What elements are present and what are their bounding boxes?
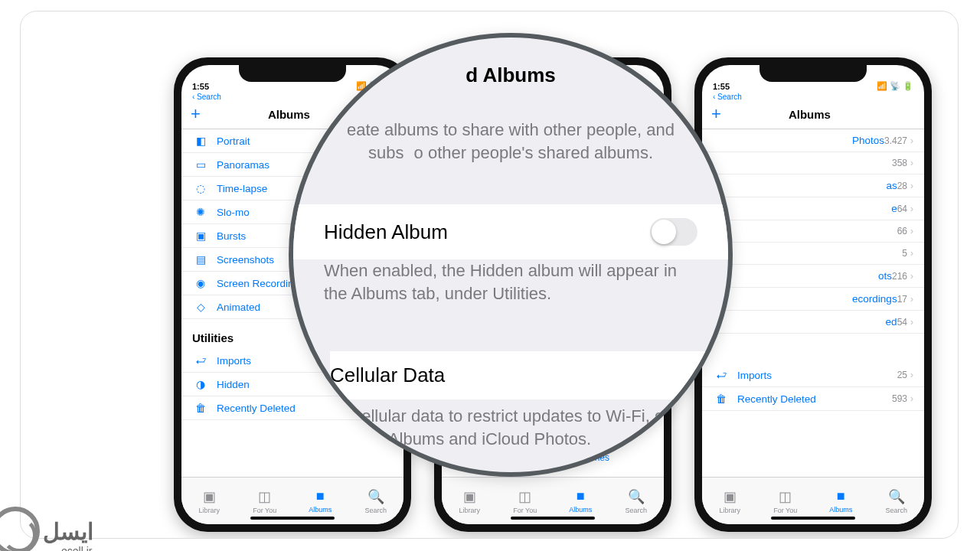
add-album-button[interactable]: + [191, 104, 201, 124]
back-search[interactable]: ‹ Search [702, 93, 924, 101]
tab-label: For You [513, 507, 537, 514]
chevron-right-icon: › [910, 181, 913, 191]
chevron-right-icon: › [910, 317, 913, 328]
chevron-right-icon: › [910, 370, 913, 380]
album-count: 216 [892, 271, 907, 282]
tab-icon: 🔍 [368, 488, 384, 505]
tab-search[interactable]: 🔍 Search [348, 478, 404, 524]
album-row[interactable]: 358 › [702, 152, 924, 174]
utility-count: 593 [892, 393, 907, 404]
hidden-album-toggle[interactable] [650, 218, 697, 246]
tab-icon: 🔍 [628, 488, 645, 505]
album-label: e [713, 203, 897, 214]
watermark: ایسل ecell.ir [0, 507, 93, 551]
chevron-right-icon: › [910, 135, 913, 146]
album-count: 54 [897, 317, 907, 328]
tab-label: Albums [569, 506, 592, 514]
album-count: 17 [897, 294, 907, 305]
album-row[interactable]: ots 216 › [702, 265, 924, 288]
tab-label: Albums [309, 506, 332, 514]
album-row[interactable]: ed 54 › [702, 311, 924, 334]
tab-label: Search [625, 507, 647, 514]
album-count: 64 [897, 204, 907, 214]
album-icon: ◉ [192, 277, 209, 289]
tab-label: Library [719, 507, 740, 514]
tab-library[interactable]: ▣ Library [702, 478, 758, 524]
chevron-right-icon: › [910, 271, 913, 282]
album-row[interactable]: 66 › [702, 220, 924, 243]
album-icon: ▤ [192, 253, 209, 266]
album-label: as [713, 180, 897, 191]
tab-icon: 🔍 [888, 488, 905, 505]
home-indicator[interactable] [250, 517, 335, 520]
album-row[interactable]: 5 › [702, 243, 924, 265]
tab-icon: ▣ [463, 488, 476, 505]
tab-icon: ◫ [518, 488, 531, 505]
hidden-album-label: Hidden Album [324, 220, 448, 244]
tab-search[interactable]: 🔍 Search [609, 478, 665, 524]
album-icon: ▭ [192, 158, 209, 171]
album-label: Photos [713, 135, 884, 146]
tab-label: Library [198, 507, 220, 514]
tab-label: For You [773, 507, 797, 514]
hidden-album-row[interactable]: Hidden Album [293, 204, 728, 259]
utility-row[interactable]: 🗑 Recently Deleted 593 › [702, 387, 924, 411]
page-title: Albums [268, 108, 310, 121]
chevron-right-icon: › [910, 158, 913, 168]
home-indicator[interactable] [511, 517, 595, 520]
card-frame: 1:55 📶 📡 🔋 ‹ Search + Albums ◧ Portrait … [20, 11, 959, 539]
tab-icon: ■ [577, 488, 585, 504]
home-indicator[interactable] [771, 517, 855, 520]
album-icon: ▣ [192, 230, 209, 242]
chevron-right-icon: › [910, 393, 913, 404]
album-row[interactable]: Photos 3.427 › [702, 129, 924, 152]
status-icons: 📶 📡 🔋 [877, 81, 913, 91]
chevron-right-icon: › [910, 226, 913, 236]
utility-icon: ⮐ [713, 369, 730, 381]
album-count: 66 [897, 226, 907, 236]
album-icon: ◧ [192, 135, 209, 147]
tab-label: Albums [829, 506, 852, 514]
utility-icon: ◑ [192, 378, 209, 390]
utility-count: 25 [897, 370, 907, 380]
album-label: ots [713, 270, 892, 282]
album-icon: ✺ [192, 206, 209, 218]
album-count: 28 [897, 181, 907, 191]
add-album-button[interactable]: + [711, 104, 721, 124]
utility-row[interactable]: ⮐ Imports 25 › [702, 364, 924, 387]
album-count: 3.427 [884, 135, 907, 146]
album-row[interactable]: e 64 › [702, 197, 924, 220]
status-time: 1:55 [713, 82, 730, 91]
album-label: ecordings [713, 293, 897, 305]
utility-label: Recently Deleted [737, 393, 892, 405]
tab-search[interactable]: 🔍 Search [869, 478, 925, 524]
page-title: Albums [789, 108, 831, 121]
shared-albums-header: d Albums [466, 64, 555, 87]
album-row[interactable]: ecordings 17 › [702, 288, 924, 311]
album-label: ed [713, 316, 897, 328]
utility-icon: 🗑 [192, 402, 209, 414]
watermark-brand: ایسل [43, 518, 93, 545]
notch [239, 65, 346, 82]
album-count: 358 [892, 158, 907, 168]
chevron-right-icon: › [910, 248, 913, 259]
tab-icon: ▣ [203, 488, 216, 505]
chevron-right-icon: › [910, 294, 913, 305]
chevron-right-icon: › [910, 204, 913, 214]
album-icon: ◇ [192, 301, 209, 313]
watermark-url: ecell.ir [61, 545, 92, 551]
status-time: 1:55 [192, 82, 209, 91]
tab-icon: ◫ [779, 488, 792, 505]
tab-label: For You [253, 507, 276, 514]
album-icon: ◌ [192, 182, 209, 194]
tab-library[interactable]: ▣ Library [181, 478, 237, 524]
tab-library[interactable]: ▣ Library [442, 478, 498, 524]
tab-icon: ▣ [724, 488, 737, 505]
cellular-data-row[interactable]: Cellular Data [330, 351, 728, 399]
tab-icon: ■ [837, 488, 845, 504]
phone-right: 1:55 📶 📡 🔋 ‹ Search + Albums Photos 3.42… [694, 57, 932, 532]
album-row[interactable]: as 28 › [702, 174, 924, 197]
watermark-logo-icon [0, 507, 40, 551]
tab-label: Search [885, 507, 907, 514]
tab-label: Library [459, 507, 480, 514]
